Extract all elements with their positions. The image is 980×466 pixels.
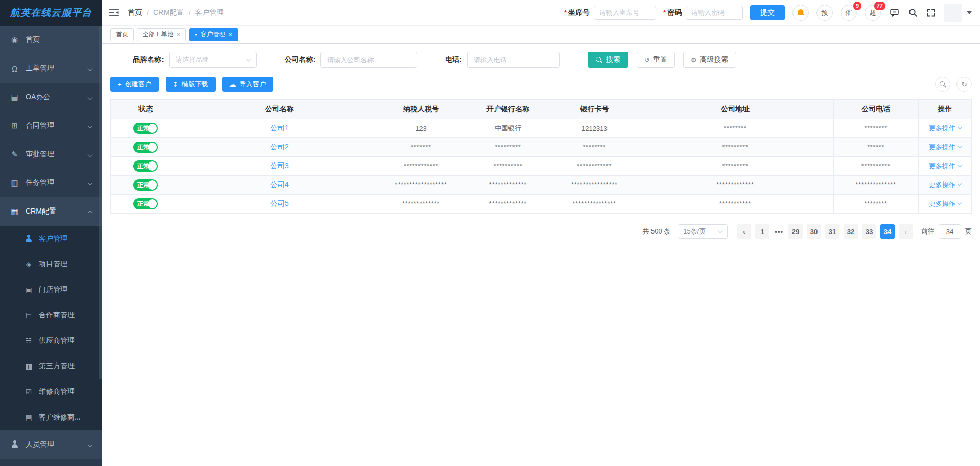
breadcrumb-crm[interactable]: CRM配置	[153, 8, 184, 17]
tab-workorder-pool[interactable]: 全部工单池 ×	[137, 28, 186, 41]
refresh-icon: ↻	[961, 80, 967, 88]
active-dot-icon: ●	[195, 33, 197, 37]
page-button-33[interactable]: 33	[862, 224, 876, 239]
reserve-button[interactable]: 预	[816, 5, 833, 21]
company-filter: 公司名称:	[285, 52, 418, 68]
sidebar-item-approval[interactable]: ✎ 审批管理	[0, 140, 102, 169]
sidebar-item-home[interactable]: ◉ 首页	[0, 26, 102, 54]
status-toggle[interactable]: 正常	[133, 160, 158, 172]
sidebar-fold-icon[interactable]	[109, 9, 119, 16]
reserve-label: 预	[822, 8, 828, 17]
breadcrumb-home[interactable]: 首页	[128, 8, 142, 17]
sidebar-scrollbar[interactable]	[99, 26, 102, 379]
status-toggle[interactable]: 正常	[133, 123, 158, 134]
close-icon[interactable]: ×	[229, 32, 232, 38]
bank-name-cell: *********	[464, 138, 552, 157]
tab-home[interactable]: 首页	[110, 28, 134, 41]
company-link[interactable]: 公司4	[270, 180, 289, 189]
total-count: 共 500 条	[642, 227, 670, 236]
col-address: 公司地址	[637, 100, 834, 119]
submit-button[interactable]: 提交	[750, 5, 785, 20]
sidebar-item-task[interactable]: ▥ 任务管理	[0, 169, 102, 197]
phone-input[interactable]	[467, 52, 560, 68]
address-cell: ***********	[637, 195, 834, 214]
company-input[interactable]	[320, 52, 417, 68]
notification-bell-button[interactable]	[792, 5, 809, 21]
sidebar-subitem-customer[interactable]: 客户管理	[0, 226, 102, 251]
jump-page-input[interactable]	[939, 224, 961, 239]
sidebar-subitem-thirdparty[interactable]: I 第三方管理	[0, 354, 102, 379]
company-link[interactable]: 公司1	[270, 124, 289, 132]
search-button[interactable]: 搜索	[588, 52, 628, 68]
reset-button[interactable]: ↺ 重置	[637, 52, 675, 68]
toolbar: + 创建客户 ↧ 模版下载 ☁ 导入客户 ↻	[110, 77, 972, 92]
password-label: 密码	[667, 8, 682, 17]
company-link[interactable]: 公司3	[270, 161, 289, 170]
table-refresh-button[interactable]: ↻	[956, 77, 972, 92]
sidebar-item-oa[interactable]: ▤ OA办公	[0, 83, 102, 111]
sidebar-subitem-customer-repairer[interactable]: ▤ 客户维修商...	[0, 405, 102, 430]
prev-page-button[interactable]: ‹	[737, 224, 751, 239]
edit-icon: ✎	[10, 150, 19, 159]
company-link[interactable]: 公司2	[270, 143, 289, 151]
close-icon[interactable]: ×	[177, 32, 180, 38]
reset-icon: ↺	[644, 56, 650, 64]
status-toggle[interactable]: 正常	[133, 142, 158, 153]
page-button-31[interactable]: 31	[825, 224, 839, 239]
page-button-30[interactable]: 30	[807, 224, 821, 239]
status-toggle[interactable]: 正常	[133, 198, 158, 209]
sidebar-subitem-project[interactable]: ◈ 项目管理	[0, 251, 102, 277]
seat-input[interactable]	[594, 6, 656, 20]
brand-select[interactable]: 请选择品牌	[169, 52, 257, 68]
avatar-caret-icon[interactable]	[967, 11, 972, 14]
sidebar-item-workorder[interactable]: Ω 工单管理	[0, 54, 102, 83]
page-button-29[interactable]: 29	[788, 224, 803, 239]
advanced-search-button[interactable]: ⚙ 高级搜索	[683, 52, 736, 68]
ellipsis-pages-button[interactable]: •••	[774, 228, 784, 236]
bell-icon	[798, 9, 804, 16]
create-customer-button[interactable]: + 创建客户	[110, 77, 159, 92]
table-row: 正常 公司5 ************* ************* *****…	[111, 195, 972, 214]
overdue-button[interactable]: 超 77	[865, 5, 881, 21]
more-actions-link[interactable]: 更多操作	[929, 199, 961, 208]
bank-name-cell: 中国银行	[464, 119, 552, 138]
page-button-1[interactable]: 1	[755, 224, 769, 239]
phone-cell: ********	[833, 119, 918, 138]
search-icon[interactable]	[908, 8, 918, 17]
reset-button-label: 重置	[653, 55, 667, 64]
urge-badge: 9	[853, 1, 862, 11]
page-button-active[interactable]: 34	[880, 224, 895, 239]
import-customer-button[interactable]: ☁ 导入客户	[222, 77, 273, 92]
col-company: 公司名称	[181, 100, 378, 119]
avatar[interactable]	[944, 4, 962, 22]
sidebar-subitem-supplier[interactable]: ☵ 供应商管理	[0, 328, 102, 354]
fullscreen-icon[interactable]	[926, 8, 936, 17]
page-size-select[interactable]: 15条/页	[678, 224, 728, 239]
chevron-up-icon	[88, 210, 93, 215]
sidebar-item-contract[interactable]: ⊞ 合同管理	[0, 111, 102, 140]
tab-customer-management[interactable]: ● 客户管理 ×	[189, 28, 238, 41]
urge-button[interactable]: 催 9	[841, 5, 857, 21]
sidebar-subitem-partner[interactable]: ⊨ 合作商管理	[0, 302, 102, 328]
sidebar-item-crm-config[interactable]: ▦ CRM配置	[0, 197, 102, 226]
more-actions-link[interactable]: 更多操作	[929, 143, 961, 152]
chevron-down-icon	[958, 125, 962, 129]
sidebar-subitem-store[interactable]: ▣ 门店管理	[0, 277, 102, 302]
password-input[interactable]	[686, 6, 743, 20]
template-download-button[interactable]: ↧ 模版下载	[166, 77, 216, 92]
more-actions-link[interactable]: 更多操作	[929, 180, 961, 190]
message-icon[interactable]	[890, 8, 899, 17]
sidebar-subitem-repairer[interactable]: ☑ 维修商管理	[0, 379, 102, 405]
col-status: 状态	[111, 100, 181, 119]
more-actions-link[interactable]: 更多操作	[929, 161, 961, 171]
status-toggle[interactable]: 正常	[133, 179, 158, 191]
sidebar-item-personnel[interactable]: 人员管理	[0, 430, 102, 459]
more-actions-link[interactable]: 更多操作	[929, 124, 961, 133]
bank-name-cell: *************	[464, 176, 552, 195]
company-link[interactable]: 公司5	[270, 199, 289, 207]
table-search-button[interactable]	[935, 77, 950, 92]
next-page-button[interactable]: ›	[899, 224, 913, 239]
tax-id-cell: 123	[378, 119, 464, 138]
page-button-32[interactable]: 32	[844, 224, 858, 239]
seat-label: 坐席号	[568, 8, 590, 17]
